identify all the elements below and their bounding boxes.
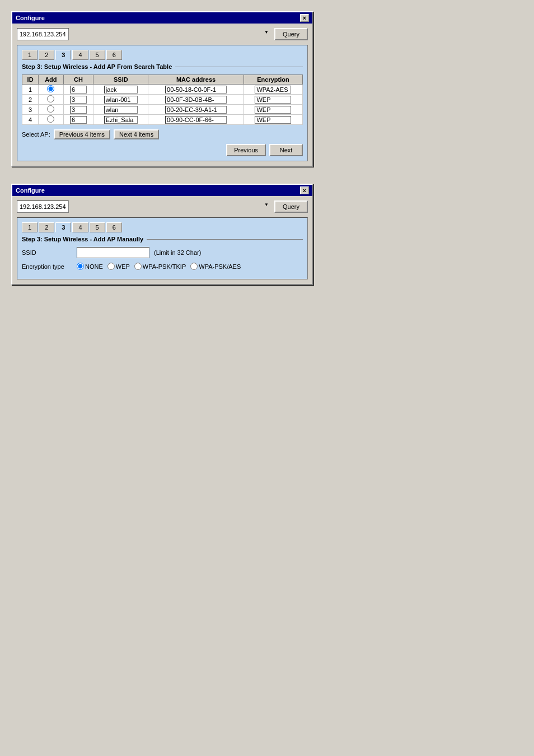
input-ch-2[interactable] — [70, 96, 87, 104]
ip-select-1[interactable]: 192.168.123.254 — [17, 28, 69, 40]
cell-mac[interactable] — [148, 115, 244, 125]
cell-ch[interactable] — [63, 95, 93, 105]
close-button-1[interactable]: × — [300, 14, 309, 22]
input-mac-3[interactable] — [165, 106, 227, 114]
ssid-label: SSID — [22, 249, 72, 256]
tab-1-1[interactable]: 1 — [22, 50, 38, 60]
cell-add[interactable] — [39, 105, 63, 115]
main-panel-2: 1 2 3 4 5 6 Step 3: Setup Wireless - Add… — [17, 217, 308, 279]
select-ap-row: Select AP: Previous 4 items Next 4 items — [22, 129, 303, 139]
select-ap-label: Select AP: — [22, 131, 50, 138]
window1: Configure × 192.168.123.254 Query 1 2 3 … — [11, 11, 313, 167]
input-enc-3[interactable] — [255, 106, 291, 114]
next4-button[interactable]: Next 4 items — [114, 129, 159, 139]
cell-enc[interactable] — [243, 95, 302, 105]
tab-1-6[interactable]: 6 — [106, 50, 122, 60]
ssid-row: SSID (Limit in 32 Char) — [22, 247, 303, 258]
radio-row3[interactable] — [47, 105, 54, 113]
col-ssid: SSID — [93, 75, 148, 85]
col-ch: CH — [63, 75, 93, 85]
cell-enc[interactable] — [243, 115, 302, 125]
tab-1-5[interactable]: 5 — [90, 50, 105, 60]
next-button-1[interactable]: Next — [269, 144, 303, 156]
tab-2-2[interactable]: 2 — [39, 222, 54, 232]
enc-none-radio[interactable] — [77, 263, 84, 270]
col-id: ID — [22, 75, 39, 85]
cell-add[interactable] — [39, 95, 63, 105]
radio-row1[interactable] — [47, 85, 54, 92]
input-ch-1[interactable] — [70, 86, 87, 94]
query-button-2[interactable]: Query — [274, 200, 308, 213]
ip-select-2[interactable]: 192.168.123.254 — [17, 200, 69, 213]
enc-aes-label[interactable]: WPA-PSK/AES — [190, 263, 241, 270]
enc-wep-label[interactable]: WEP — [107, 263, 130, 270]
cell-id: 4 — [22, 115, 39, 125]
enc-wep-radio[interactable] — [107, 263, 115, 270]
input-ssid-3[interactable] — [104, 106, 138, 114]
cell-mac[interactable] — [148, 95, 244, 105]
table-row: 3 — [22, 105, 303, 115]
col-add: Add — [39, 75, 63, 85]
tab-2-4[interactable]: 4 — [72, 222, 88, 232]
bottom-buttons-1: Previous Next — [22, 144, 303, 156]
cell-add[interactable] — [39, 85, 63, 95]
radio-row4[interactable] — [47, 115, 54, 123]
enc-none-label[interactable]: NONE — [77, 263, 103, 270]
cell-ch[interactable] — [63, 85, 93, 95]
input-ssid-2[interactable] — [104, 96, 138, 104]
cell-ssid[interactable] — [93, 115, 148, 125]
title-bar-1: Configure × — [12, 12, 312, 24]
col-encryption: Encryption — [243, 75, 302, 85]
enc-tkip-label[interactable]: WPA-PSK/TKIP — [134, 263, 186, 270]
input-enc-4[interactable] — [255, 116, 291, 124]
title-bar-label-2: Configure — [16, 187, 45, 194]
cell-ssid[interactable] — [93, 105, 148, 115]
window2: Configure × 192.168.123.254 Query 1 2 3 … — [11, 184, 313, 285]
cell-ch[interactable] — [63, 105, 93, 115]
cell-enc[interactable] — [243, 85, 302, 95]
tab-2-5[interactable]: 5 — [90, 222, 105, 232]
enc-aes-radio[interactable] — [190, 263, 198, 270]
enc-tkip-radio[interactable] — [134, 263, 142, 270]
cell-ssid[interactable] — [93, 85, 148, 95]
cell-enc[interactable] — [243, 105, 302, 115]
col-mac: MAC address — [148, 75, 244, 85]
input-ch-4[interactable] — [70, 116, 87, 124]
close-button-2[interactable]: × — [300, 186, 309, 194]
cell-ssid[interactable] — [93, 95, 148, 105]
tabs-row-1: 1 2 3 4 5 6 — [22, 50, 303, 60]
ssid-input[interactable] — [77, 247, 149, 258]
input-ssid-1[interactable] — [104, 86, 138, 94]
cell-add[interactable] — [39, 115, 63, 125]
prev4-button[interactable]: Previous 4 items — [54, 129, 110, 139]
cell-ch[interactable] — [63, 115, 93, 125]
tab-2-3[interactable]: 3 — [55, 222, 71, 232]
input-mac-2[interactable] — [165, 96, 227, 104]
step-title-2: Step 3: Setup Wireless - Add AP Manaully — [22, 236, 303, 242]
tab-1-3[interactable]: 3 — [55, 50, 71, 60]
tabs-row-2: 1 2 3 4 5 6 — [22, 222, 303, 232]
radio-row2[interactable] — [47, 95, 54, 102]
ip-row-1: 192.168.123.254 Query — [17, 28, 308, 40]
input-enc-2[interactable] — [255, 96, 291, 104]
table-row: 2 — [22, 95, 303, 105]
query-button-1[interactable]: Query — [274, 28, 308, 40]
cell-id: 2 — [22, 95, 39, 105]
previous-button-1[interactable]: Previous — [226, 144, 266, 156]
cell-mac[interactable] — [148, 105, 244, 115]
ip-row-2: 192.168.123.254 Query — [17, 200, 308, 213]
input-ch-3[interactable] — [70, 106, 87, 114]
cell-mac[interactable] — [148, 85, 244, 95]
ap-table: ID Add CH SSID MAC address Encryption 1 — [22, 74, 303, 125]
tab-2-6[interactable]: 6 — [106, 222, 122, 232]
ssid-hint: (Limit in 32 Char) — [154, 249, 201, 256]
input-mac-4[interactable] — [165, 116, 227, 124]
input-enc-1[interactable] — [255, 86, 291, 94]
encryption-label: Encryption type — [22, 263, 72, 270]
input-ssid-4[interactable] — [104, 116, 138, 124]
tab-2-1[interactable]: 1 — [22, 222, 38, 232]
tab-1-2[interactable]: 2 — [39, 50, 54, 60]
tab-1-4[interactable]: 4 — [72, 50, 88, 60]
input-mac-1[interactable] — [165, 86, 227, 94]
step-title-1: Step 3: Setup Wireless - Add AP From Sea… — [22, 63, 303, 70]
